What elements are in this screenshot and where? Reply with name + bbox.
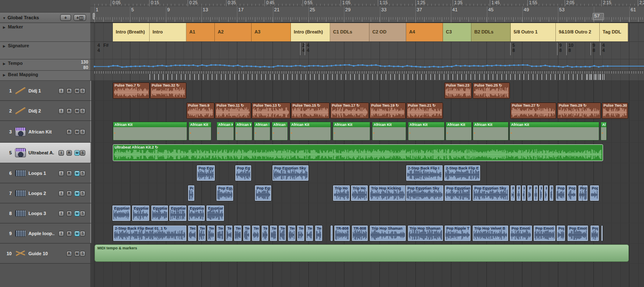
marker-region[interactable]: Intro (Breath): [113, 23, 150, 41]
audio-region[interactable]: Trip Hop Shaman: [369, 225, 406, 241]
midi-region[interactable]: African Kit: [113, 122, 187, 141]
marker-region[interactable]: Intro (Breath): [291, 23, 330, 41]
audio-region[interactable]: Pulse Two.17 ↻: [330, 102, 369, 119]
disclosure-triangle-icon[interactable]: ▶: [3, 62, 5, 66]
add-global-track-button[interactable]: +: [60, 14, 71, 21]
input-monitor-button[interactable]: I: [59, 211, 64, 216]
track-lane-6[interactable]: Pop EgyPop EgyPop Egyptian Sky2-Step Bac…: [90, 163, 644, 183]
audio-region[interactable]: Pulse Two.15 ↻: [291, 102, 330, 119]
marker-region[interactable]: A4: [406, 23, 443, 41]
record-enable-button[interactable]: R: [66, 231, 72, 236]
disclosure-triangle-icon[interactable]: ▶: [3, 26, 5, 29]
track-name[interactable]: Loops 1: [28, 163, 54, 183]
record-enable-button[interactable]: R: [66, 191, 72, 196]
midi-region[interactable]: African Kit: [408, 122, 445, 141]
mute-button[interactable]: M: [74, 191, 80, 196]
audio-region[interactable]: Egyptian: [169, 205, 187, 221]
time-signature-event[interactable]: 4 4: [305, 43, 309, 55]
audio-region[interactable]: Pop Emoti: [567, 225, 588, 241]
audio-region[interactable]: P: [533, 185, 538, 201]
didgeridoo-icon[interactable]: [14, 101, 27, 120]
audio-region[interactable]: Pop: [578, 185, 588, 201]
track-lane-3[interactable]: African KitAfrican KitAfrican KitAfrican…: [90, 121, 644, 143]
mute-button[interactable]: M: [74, 129, 80, 135]
audio-region[interactable]: Pulse Two.21 ↻: [406, 102, 443, 119]
audio-region[interactable]: Ultrabeat African Kit.2 ↻: [113, 144, 603, 161]
time-signature-event[interactable]: 9 8: [557, 43, 562, 55]
audio-region[interactable]: Pulse Two.32 ↻: [150, 82, 186, 99]
audio-region[interactable]: Pulse Two.19 ↻: [369, 102, 406, 119]
tempo-curve[interactable]: [90, 59, 644, 71]
track-lane-9[interactable]: 2-Step Back Flip Beat 01_1 ↻TecTecTecTec…: [90, 223, 644, 243]
tempo-lane[interactable]: [90, 59, 644, 71]
track-lane-10[interactable]: MIDI tempo & markers: [90, 243, 644, 264]
audio-region[interactable]: Tec: [207, 225, 215, 241]
audio-region[interactable]: Tec: [288, 225, 296, 241]
audio-region[interactable]: Pop: [590, 185, 599, 201]
audio-region[interactable]: Pulse Two.29 ↻: [557, 102, 601, 119]
record-enable-button[interactable]: R: [66, 251, 72, 256]
time-signature-event[interactable]: 4 4: [600, 43, 605, 55]
audio-region[interactable]: Egyptian: [112, 205, 131, 221]
marker-region[interactable]: B2 DDLs: [471, 23, 511, 41]
audio-region[interactable]: Tec: [198, 225, 206, 241]
midi-region[interactable]: African Kit: [216, 122, 234, 141]
midi-region[interactable]: African Kit: [445, 122, 472, 141]
audio-region[interactable]: Egyptian: [206, 205, 224, 221]
audio-region[interactable]: P: [516, 185, 521, 201]
solo-button[interactable]: S: [80, 251, 85, 256]
audio-waveform-icon[interactable]: [14, 163, 27, 183]
audio-region[interactable]: Tec: [297, 225, 305, 241]
audio-region[interactable]: Pulse Two.30: [602, 102, 628, 119]
drumsticks-icon[interactable]: [14, 243, 27, 263]
audio-region[interactable]: Pop Egy: [235, 165, 252, 181]
record-enable-button[interactable]: R: [66, 129, 72, 135]
audio-region[interactable]: Pop Egyptian: [444, 185, 471, 201]
solo-button[interactable]: S: [80, 88, 85, 94]
time-signature-event[interactable]: 4F# 4: [96, 43, 109, 55]
audio-region[interactable]: Pop: [567, 185, 577, 201]
audio-region[interactable]: Tec: [216, 225, 224, 241]
input-monitor-button[interactable]: I: [59, 171, 64, 176]
solo-button[interactable]: S: [80, 171, 85, 176]
marker-region[interactable]: Tag DDL: [600, 23, 628, 41]
midi-region[interactable]: African Kit: [235, 122, 252, 141]
midi-region[interactable]: African Kit: [601, 122, 607, 141]
audio-region[interactable]: 2-Step Back Flip E: [444, 165, 481, 181]
solo-button[interactable]: S: [80, 191, 85, 196]
audio-region[interactable]: Tec: [270, 225, 277, 241]
mute-button[interactable]: M: [74, 211, 80, 216]
solo-button[interactable]: S: [80, 108, 85, 114]
audio-region[interactable]: Pop Emoti: [509, 225, 532, 241]
audio-region[interactable]: Tec: [315, 225, 323, 241]
track-lane-2[interactable]: Pulse Two.9Pulse Two.11 ↻Pulse Two.13 ↻P…: [90, 101, 644, 121]
mute-button[interactable]: M: [74, 108, 80, 114]
marker-region[interactable]: A1: [186, 23, 215, 41]
midi-region[interactable]: African Kit: [254, 122, 270, 141]
audio-region[interactable]: TR-808: [351, 225, 368, 241]
input-monitor-button[interactable]: I: [59, 108, 64, 114]
marker-region[interactable]: A2: [215, 23, 252, 41]
time-signature-event[interactable]: 2 4: [300, 43, 305, 55]
audio-region[interactable]: Trip Hop Kicking: [369, 185, 406, 201]
global-row-signature[interactable]: ▶Signature: [0, 42, 90, 59]
audio-region[interactable]: Tec: [225, 225, 233, 241]
audio-region[interactable]: Egyptian: [132, 205, 150, 221]
track-name[interactable]: Loops 3: [28, 203, 54, 223]
track-lane-8[interactable]: EgyptianEgyptianEgyptianEgyptianEgyptian…: [90, 203, 644, 223]
mute-button[interactable]: M: [74, 88, 80, 94]
audio-region[interactable]: Tec: [305, 225, 313, 241]
disclosure-triangle-icon[interactable]: ▼: [3, 13, 6, 23]
track-header-7[interactable]: 7Loops 2IRMS: [0, 183, 90, 203]
audio-region[interactable]: Pulse Two.11 ↻: [215, 102, 251, 119]
arrange-timeline[interactable]: 0:050:150:250:350:450:551:051:151:251:35…: [90, 0, 644, 287]
audio-region[interactable]: Pulse Two.27 ↻: [510, 102, 556, 119]
audio-region[interactable]: 2-Step Back Flip Beat 01_1 ↻: [113, 225, 187, 241]
mute-button[interactable]: M: [74, 231, 80, 236]
midi-region[interactable]: African Kit: [333, 122, 370, 141]
add-multiple-global-tracks-button[interactable]: +◫: [74, 14, 86, 21]
audio-region[interactable]: Pop: [555, 185, 566, 201]
audio-region[interactable]: Pulse Two.25 ↻: [473, 82, 510, 99]
track-header-2[interactable]: 2Didj 2IRMS: [0, 101, 90, 121]
bar-ruler[interactable]: 0:050:150:250:350:450:551:051:151:251:35…: [90, 0, 644, 23]
